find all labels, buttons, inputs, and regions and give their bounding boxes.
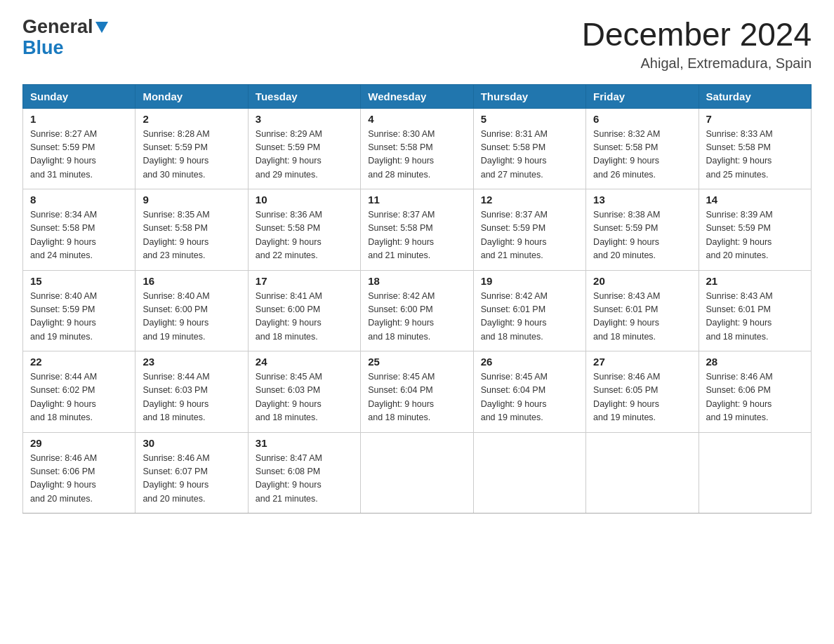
day-number: 20 [593, 275, 691, 287]
header-saturday: Saturday [699, 84, 811, 108]
day-info: Sunrise: 8:27 AM Sunset: 5:59 PM Dayligh… [30, 128, 128, 182]
day-info: Sunrise: 8:36 AM Sunset: 5:58 PM Dayligh… [256, 208, 353, 263]
calendar-day-cell: 3 Sunrise: 8:29 AM Sunset: 5:59 PM Dayli… [248, 108, 360, 189]
day-number: 23 [143, 356, 240, 368]
day-info: Sunrise: 8:30 AM Sunset: 5:58 PM Dayligh… [368, 128, 465, 182]
calendar-day-cell: 25 Sunrise: 8:45 AM Sunset: 6:04 PM Dayl… [361, 351, 473, 433]
calendar-day-cell: 4 Sunrise: 8:30 AM Sunset: 5:58 PM Dayli… [361, 108, 473, 189]
day-number: 7 [706, 113, 804, 125]
header-tuesday: Tuesday [248, 84, 360, 108]
calendar-day-cell [361, 432, 473, 514]
day-number: 17 [256, 275, 353, 287]
day-number: 18 [368, 275, 465, 287]
day-info: Sunrise: 8:37 AM Sunset: 5:59 PM Dayligh… [481, 208, 578, 263]
calendar-day-cell: 15 Sunrise: 8:40 AM Sunset: 5:59 PM Dayl… [23, 270, 135, 351]
day-number: 21 [706, 275, 804, 287]
day-info: Sunrise: 8:45 AM Sunset: 6:04 PM Dayligh… [481, 370, 578, 425]
calendar-day-cell: 13 Sunrise: 8:38 AM Sunset: 5:59 PM Dayl… [586, 189, 699, 271]
day-info: Sunrise: 8:46 AM Sunset: 6:07 PM Dayligh… [143, 452, 240, 507]
day-number: 15 [30, 275, 128, 287]
svg-marker-0 [95, 22, 108, 33]
day-info: Sunrise: 8:28 AM Sunset: 5:59 PM Dayligh… [143, 128, 240, 182]
day-info: Sunrise: 8:46 AM Sunset: 6:05 PM Dayligh… [593, 370, 691, 425]
day-info: Sunrise: 8:41 AM Sunset: 6:00 PM Dayligh… [256, 290, 353, 344]
day-number: 22 [30, 356, 128, 368]
day-info: Sunrise: 8:43 AM Sunset: 6:01 PM Dayligh… [706, 290, 804, 344]
day-number: 16 [143, 275, 240, 287]
day-number: 10 [256, 194, 353, 206]
calendar-day-cell: 30 Sunrise: 8:46 AM Sunset: 6:07 PM Dayl… [135, 432, 248, 514]
calendar-day-cell: 17 Sunrise: 8:41 AM Sunset: 6:00 PM Dayl… [248, 270, 360, 351]
day-info: Sunrise: 8:42 AM Sunset: 6:00 PM Dayligh… [368, 290, 465, 344]
day-number: 5 [481, 113, 578, 125]
day-info: Sunrise: 8:32 AM Sunset: 5:58 PM Dayligh… [593, 128, 691, 182]
day-number: 27 [593, 356, 691, 368]
calendar-day-cell: 2 Sunrise: 8:28 AM Sunset: 5:59 PM Dayli… [135, 108, 248, 189]
calendar-day-cell: 6 Sunrise: 8:32 AM Sunset: 5:58 PM Dayli… [586, 108, 699, 189]
calendar-day-cell: 26 Sunrise: 8:45 AM Sunset: 6:04 PM Dayl… [473, 351, 585, 433]
day-info: Sunrise: 8:40 AM Sunset: 5:59 PM Dayligh… [30, 290, 128, 344]
calendar-day-cell: 7 Sunrise: 8:33 AM Sunset: 5:58 PM Dayli… [699, 108, 811, 189]
day-info: Sunrise: 8:38 AM Sunset: 5:59 PM Dayligh… [593, 208, 691, 263]
day-info: Sunrise: 8:47 AM Sunset: 6:08 PM Dayligh… [256, 452, 353, 507]
calendar-day-cell: 22 Sunrise: 8:44 AM Sunset: 6:02 PM Dayl… [23, 351, 135, 433]
header-monday: Monday [135, 84, 248, 108]
calendar-day-cell: 12 Sunrise: 8:37 AM Sunset: 5:59 PM Dayl… [473, 189, 585, 271]
header-sunday: Sunday [23, 84, 135, 108]
calendar-day-cell: 19 Sunrise: 8:42 AM Sunset: 6:01 PM Dayl… [473, 270, 585, 351]
logo: General Blue [22, 17, 108, 58]
calendar-day-cell: 10 Sunrise: 8:36 AM Sunset: 5:58 PM Dayl… [248, 189, 360, 271]
calendar-day-cell: 11 Sunrise: 8:37 AM Sunset: 5:58 PM Dayl… [361, 189, 473, 271]
day-number: 19 [481, 275, 578, 287]
calendar-week-row: 22 Sunrise: 8:44 AM Sunset: 6:02 PM Dayl… [23, 351, 812, 433]
calendar-day-cell: 27 Sunrise: 8:46 AM Sunset: 6:05 PM Dayl… [586, 351, 699, 433]
day-number: 29 [30, 437, 128, 449]
header-wednesday: Wednesday [361, 84, 473, 108]
calendar-table: Sunday Monday Tuesday Wednesday Thursday… [22, 84, 812, 514]
page-header: General Blue December 2024 Ahigal, Extre… [22, 17, 812, 72]
day-number: 11 [368, 194, 465, 206]
day-number: 3 [256, 113, 353, 125]
day-info: Sunrise: 8:29 AM Sunset: 5:59 PM Dayligh… [256, 128, 353, 182]
day-info: Sunrise: 8:42 AM Sunset: 6:01 PM Dayligh… [481, 290, 578, 344]
header-friday: Friday [586, 84, 699, 108]
day-info: Sunrise: 8:33 AM Sunset: 5:58 PM Dayligh… [706, 128, 804, 182]
calendar-week-row: 15 Sunrise: 8:40 AM Sunset: 5:59 PM Dayl… [23, 270, 812, 351]
day-number: 12 [481, 194, 578, 206]
day-info: Sunrise: 8:35 AM Sunset: 5:58 PM Dayligh… [143, 208, 240, 263]
calendar-day-cell: 21 Sunrise: 8:43 AM Sunset: 6:01 PM Dayl… [699, 270, 811, 351]
day-info: Sunrise: 8:37 AM Sunset: 5:58 PM Dayligh… [368, 208, 465, 263]
day-info: Sunrise: 8:46 AM Sunset: 6:06 PM Dayligh… [706, 370, 804, 425]
calendar-day-cell: 9 Sunrise: 8:35 AM Sunset: 5:58 PM Dayli… [135, 189, 248, 271]
day-info: Sunrise: 8:45 AM Sunset: 6:04 PM Dayligh… [368, 370, 465, 425]
day-number: 14 [706, 194, 804, 206]
calendar-day-cell: 29 Sunrise: 8:46 AM Sunset: 6:06 PM Dayl… [23, 432, 135, 514]
calendar-day-cell: 18 Sunrise: 8:42 AM Sunset: 6:00 PM Dayl… [361, 270, 473, 351]
title-section: December 2024 Ahigal, Extremadura, Spain [582, 17, 812, 72]
calendar-day-cell: 28 Sunrise: 8:46 AM Sunset: 6:06 PM Dayl… [699, 351, 811, 433]
calendar-day-cell: 14 Sunrise: 8:39 AM Sunset: 5:59 PM Dayl… [699, 189, 811, 271]
day-number: 30 [143, 437, 240, 449]
day-info: Sunrise: 8:43 AM Sunset: 6:01 PM Dayligh… [593, 290, 691, 344]
day-number: 25 [368, 356, 465, 368]
day-info: Sunrise: 8:44 AM Sunset: 6:02 PM Dayligh… [30, 370, 128, 425]
day-number: 2 [143, 113, 240, 125]
day-number: 4 [368, 113, 465, 125]
day-number: 13 [593, 194, 691, 206]
day-number: 9 [143, 194, 240, 206]
logo-general-text: General [22, 17, 108, 38]
day-number: 8 [30, 194, 128, 206]
location-subtitle: Ahigal, Extremadura, Spain [582, 55, 812, 72]
calendar-day-cell [586, 432, 699, 514]
day-info: Sunrise: 8:44 AM Sunset: 6:03 PM Dayligh… [143, 370, 240, 425]
day-info: Sunrise: 8:40 AM Sunset: 6:00 PM Dayligh… [143, 290, 240, 344]
calendar-day-cell: 1 Sunrise: 8:27 AM Sunset: 5:59 PM Dayli… [23, 108, 135, 189]
calendar-week-row: 1 Sunrise: 8:27 AM Sunset: 5:59 PM Dayli… [23, 108, 812, 189]
day-number: 1 [30, 113, 128, 125]
calendar-day-cell: 23 Sunrise: 8:44 AM Sunset: 6:03 PM Dayl… [135, 351, 248, 433]
weekday-header-row: Sunday Monday Tuesday Wednesday Thursday… [23, 84, 812, 108]
day-info: Sunrise: 8:45 AM Sunset: 6:03 PM Dayligh… [256, 370, 353, 425]
calendar-week-row: 8 Sunrise: 8:34 AM Sunset: 5:58 PM Dayli… [23, 189, 812, 271]
calendar-day-cell: 8 Sunrise: 8:34 AM Sunset: 5:58 PM Dayli… [23, 189, 135, 271]
calendar-day-cell: 20 Sunrise: 8:43 AM Sunset: 6:01 PM Dayl… [586, 270, 699, 351]
